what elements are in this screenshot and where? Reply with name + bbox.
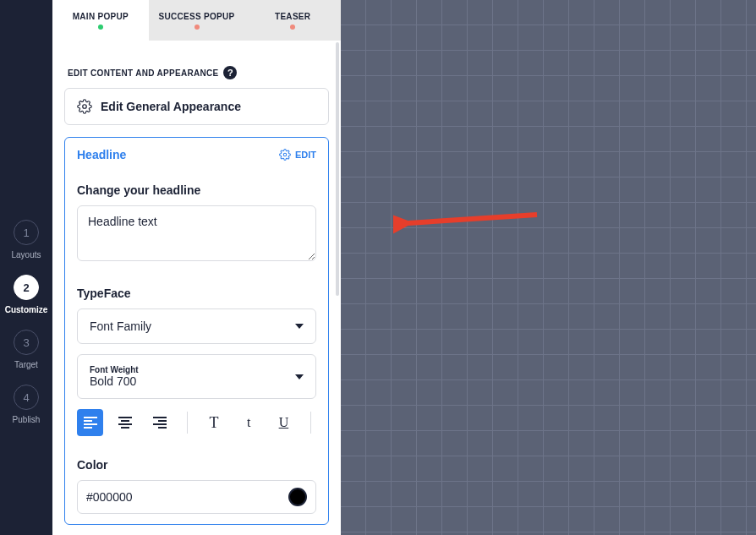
step-label: Layouts [11,250,41,259]
tab-teaser[interactable]: TEASER [244,0,341,41]
select-mini-label: Font Weight [90,365,139,374]
headline-input[interactable] [77,205,316,261]
chevron-down-icon [295,324,304,329]
gear-icon [279,149,291,161]
step-customize[interactable]: 2 Customize [5,275,48,314]
step-label: Publish [13,415,41,424]
align-right-button[interactable] [146,409,173,436]
checker-grid [341,0,756,535]
color-swatch-icon[interactable] [288,488,307,506]
color-label: Color [77,458,316,472]
svg-point-1 [283,153,287,156]
uppercase-button[interactable]: T [200,409,227,436]
color-value: #000000 [86,490,133,504]
text-format-toolbar: T t U [77,409,316,436]
step-layouts[interactable]: 1 Layouts [11,220,41,259]
svg-point-0 [83,105,87,109]
editor-panel: MAIN POPUP SUCCESS POPUP TEASER EDIT CON… [52,0,341,535]
status-dot-icon [98,25,103,30]
toolbar-divider [310,412,311,434]
font-weight-select[interactable]: Font Weight Bold 700 [77,354,316,399]
edit-label: EDIT [295,150,316,160]
annotation-arrow-icon [393,201,545,235]
tab-success-popup[interactable]: SUCCESS POPUP [149,0,245,41]
svg-line-14 [408,215,537,223]
headline-header: Headline EDIT [77,148,316,161]
status-dot-icon [290,25,295,30]
step-number: 3 [14,330,39,355]
headline-card: Headline EDIT Change your headline TypeF… [64,137,329,525]
gear-icon [77,99,92,114]
tab-label: SUCCESS POPUP [158,12,234,21]
step-label: Customize [5,305,48,314]
edit-button[interactable]: EDIT [279,149,316,161]
section-heading: EDIT CONTENT AND APPEARANCE ? [68,66,326,79]
step-target[interactable]: 3 Target [14,330,39,369]
status-dot-icon [194,25,200,30]
font-family-select[interactable]: Font Family [77,308,316,344]
step-publish[interactable]: 4 Publish [13,385,41,424]
card-title: Edit General Appearance [101,100,241,113]
step-number: 4 [14,385,39,410]
wizard-steps-rail: 1 Layouts 2 Customize 3 Target 4 Publish [0,0,52,535]
toolbar-divider [187,412,188,434]
section-heading-text: EDIT CONTENT AND APPEARANCE [68,68,218,78]
edit-general-appearance-card[interactable]: Edit General Appearance [64,88,329,125]
align-center-button[interactable] [112,409,138,436]
preview-canvas[interactable] [341,0,756,535]
align-left-button[interactable] [77,409,103,436]
step-number: 2 [14,275,39,300]
typeface-label: TypeFace [77,287,316,300]
color-input-row[interactable]: #000000 [77,480,316,514]
tab-label: TEASER [275,12,310,21]
select-value: Bold 700 [90,374,139,388]
tab-label: MAIN POPUP [73,12,129,21]
scrollbar[interactable] [336,42,339,296]
lowercase-button[interactable]: t [236,409,262,436]
headline-title: Headline [77,148,126,161]
panel-body: EDIT CONTENT AND APPEARANCE ? Edit Gener… [52,41,341,535]
select-value: Font Family [90,319,151,333]
underline-button[interactable]: U [271,409,297,436]
help-icon[interactable]: ? [223,66,237,79]
step-label: Target [14,360,38,369]
tab-main-popup[interactable]: MAIN POPUP [52,0,149,41]
chevron-down-icon [295,374,304,379]
change-headline-label: Change your headline [77,183,316,197]
step-number: 1 [14,220,39,245]
popup-tabs: MAIN POPUP SUCCESS POPUP TEASER [52,0,341,41]
